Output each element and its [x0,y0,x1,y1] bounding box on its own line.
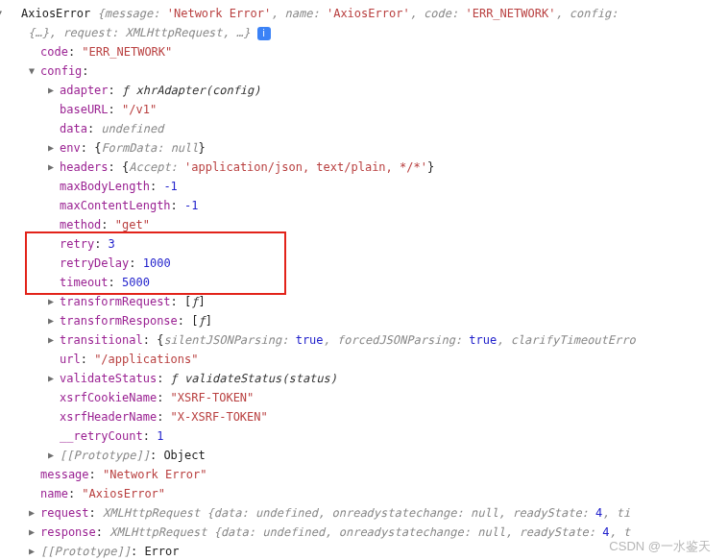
prop-code[interactable]: code: "ERR_NETWORK" [8,42,720,61]
prop-maxContentLength[interactable]: maxContentLength: -1 [8,196,720,215]
prop-transformResponse[interactable]: transformResponse: [ƒ] [8,311,720,330]
prop-name[interactable]: name: "AxiosError" [8,484,720,503]
prop-xsrfHeaderName[interactable]: xsrfHeaderName: "X-XSRF-TOKEN" [8,407,720,426]
prop-retry[interactable]: retry: 3 [8,234,720,254]
prop-transitional[interactable]: transitional: {silentJSONParsing: true, … [8,330,720,350]
toggle-icon[interactable] [29,523,38,542]
prop-data[interactable]: data: undefined [8,119,720,138]
toggle-icon[interactable] [0,4,6,23]
toggle-icon[interactable] [48,81,58,100]
prop-adapter[interactable]: adapter: ƒ xhrAdapter(config) [8,81,720,100]
prop-method[interactable]: method: "get" [8,215,720,234]
toggle-icon[interactable] [29,61,38,81]
toggle-icon[interactable] [48,330,58,350]
prop-config[interactable]: config: [8,61,720,81]
prop-retryDelay[interactable]: retryDelay: 1000 [8,254,720,273]
toggle-icon[interactable] [48,292,58,311]
prop-request[interactable]: request: XMLHttpRequest {data: undefined… [8,503,720,523]
prop-maxBodyLength[interactable]: maxBodyLength: -1 [8,177,720,196]
watermark: CSDN @一水鉴天 [609,537,711,556]
prop-transformRequest[interactable]: transformRequest: [ƒ] [8,292,720,311]
info-icon[interactable]: i [257,27,271,40]
prop-retryCount[interactable]: __retryCount: 1 [8,426,720,446]
prop-xsrfCookieName[interactable]: xsrfCookieName: "XSRF-TOKEN" [8,388,720,407]
toggle-icon[interactable] [48,138,58,158]
prop-baseURL[interactable]: baseURL: "/v1" [8,100,720,119]
toggle-icon[interactable] [29,503,38,523]
prop-message[interactable]: message: "Network Error" [8,465,720,484]
prop-validateStatus[interactable]: validateStatus: ƒ validateStatus(status) [8,369,720,388]
prop-config-prototype[interactable]: [[Prototype]]: Object [8,446,720,465]
toggle-icon[interactable] [48,311,58,330]
prop-headers[interactable]: headers: {Accept: 'application/json, tex… [8,158,720,177]
toggle-icon[interactable] [48,158,58,177]
prop-url[interactable]: url: "/applications" [8,350,720,369]
error-summary[interactable]: AxiosError {message: 'Network Error', na… [8,4,720,42]
toggle-icon[interactable] [48,369,58,388]
toggle-icon[interactable] [29,542,38,560]
prop-env[interactable]: env: {FormData: null} [8,138,720,158]
toggle-icon[interactable] [48,446,58,465]
prop-timeout[interactable]: timeout: 5000 [8,273,720,292]
classname: AxiosError [21,7,90,20]
